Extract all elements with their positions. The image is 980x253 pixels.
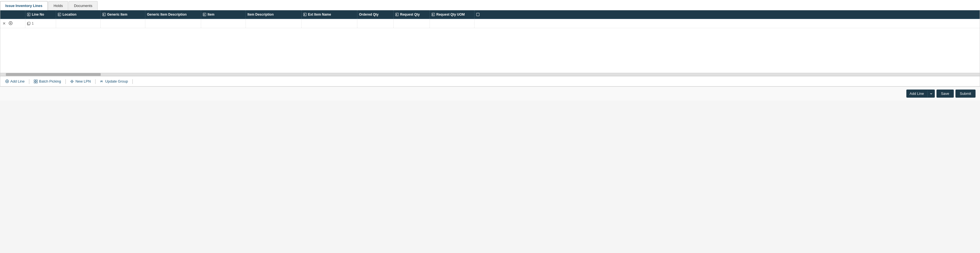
new-lpn-icon bbox=[70, 80, 74, 83]
batch-picking-button[interactable]: Batch Picking bbox=[32, 78, 63, 84]
footer-add-line-label: Add Line bbox=[906, 89, 927, 98]
edit-icon-lineno bbox=[27, 13, 31, 16]
svg-rect-10 bbox=[396, 13, 398, 16]
update-group-icon bbox=[100, 80, 104, 83]
tab-holds[interactable]: Holds bbox=[48, 1, 68, 10]
edit-icon-extitemname bbox=[303, 13, 307, 16]
col-header-extra bbox=[474, 10, 486, 19]
add-line-button[interactable]: Add Line bbox=[3, 78, 27, 84]
batch-picking-label: Batch Picking bbox=[39, 79, 61, 83]
edit-icon-requestqtyuom bbox=[431, 13, 435, 16]
cell-item[interactable] bbox=[201, 19, 246, 28]
separator-2: | bbox=[65, 78, 67, 84]
col-header-actions bbox=[0, 10, 25, 19]
cell-extra bbox=[474, 19, 486, 28]
cell-lineno: 1 bbox=[25, 19, 56, 28]
edit-icon-extra bbox=[476, 13, 480, 16]
grid-header: Line No Location Generic Item Generic It… bbox=[0, 10, 980, 19]
svg-rect-25 bbox=[34, 82, 35, 83]
copy-icon bbox=[27, 22, 31, 25]
svg-rect-23 bbox=[34, 80, 35, 81]
svg-rect-2 bbox=[58, 13, 61, 16]
table-row: ✕ 1 bbox=[0, 19, 980, 28]
data-rows-area: ✕ 1 bbox=[0, 19, 980, 73]
update-group-label: Update Group bbox=[105, 79, 128, 83]
separator-3: | bbox=[95, 78, 96, 84]
table-wrapper: Line No Location Generic Item Generic It… bbox=[0, 10, 980, 86]
scrollbar-thumb[interactable] bbox=[6, 73, 101, 76]
cell-requestqtyuom[interactable] bbox=[430, 19, 474, 28]
new-lpn-label: New LPN bbox=[75, 79, 91, 83]
col-header-item: Item bbox=[201, 10, 246, 19]
svg-rect-19 bbox=[28, 22, 30, 25]
cell-genericitemdesc bbox=[145, 19, 201, 28]
new-lpn-button[interactable]: New LPN bbox=[68, 78, 93, 84]
update-group-button[interactable]: Update Group bbox=[98, 78, 130, 84]
bottom-toolbar: Add Line | Batch Picking | New LPN | Upd… bbox=[0, 76, 980, 86]
save-button[interactable]: Save bbox=[937, 89, 954, 98]
col-header-genericitemdesc: Generic Item Description bbox=[145, 10, 201, 19]
separator-1: | bbox=[29, 78, 30, 84]
col-header-requestqty: Request Qty bbox=[394, 10, 430, 19]
svg-point-27 bbox=[72, 81, 73, 82]
lineno-value: 1 bbox=[32, 21, 34, 25]
tab-issue-inventory-lines[interactable]: Issue Inventory Lines bbox=[0, 1, 48, 10]
tabs-bar: Issue Inventory Lines Holds Documents bbox=[0, 0, 980, 10]
add-circle-icon bbox=[9, 21, 13, 25]
cell-extitemname[interactable] bbox=[302, 19, 357, 28]
svg-rect-26 bbox=[36, 82, 37, 83]
svg-rect-6 bbox=[203, 13, 206, 16]
footer-add-line-button[interactable]: Add Line bbox=[906, 89, 935, 98]
empty-rows-area bbox=[0, 28, 980, 73]
svg-rect-4 bbox=[103, 13, 105, 16]
add-line-label: Add Line bbox=[10, 79, 25, 83]
col-header-lineno: Line No bbox=[25, 10, 56, 19]
svg-rect-12 bbox=[432, 13, 434, 16]
cell-row-actions: ✕ bbox=[0, 19, 25, 28]
horizontal-scrollbar[interactable] bbox=[0, 73, 980, 76]
edit-icon-item bbox=[203, 13, 207, 16]
col-header-location: Location bbox=[56, 10, 101, 19]
cell-location[interactable] bbox=[56, 19, 101, 28]
col-header-itemdesc: Item Description bbox=[246, 10, 302, 19]
separator-4: | bbox=[132, 78, 134, 84]
col-header-genericitem: Generic Item bbox=[101, 10, 145, 19]
dropdown-arrow-icon bbox=[930, 92, 932, 95]
add-line-icon bbox=[5, 80, 9, 83]
col-header-orderedqty: Ordered Qty bbox=[357, 10, 394, 19]
delete-row-button[interactable]: ✕ bbox=[2, 21, 6, 26]
footer-add-line-arrow[interactable] bbox=[927, 91, 935, 97]
cell-itemdesc bbox=[246, 19, 302, 28]
svg-rect-14 bbox=[476, 13, 479, 16]
edit-icon-location bbox=[58, 13, 61, 16]
footer-bar: Add Line Save Submit bbox=[0, 86, 980, 100]
tab-documents[interactable]: Documents bbox=[68, 1, 98, 10]
cell-requestqty[interactable] bbox=[394, 19, 430, 28]
cell-genericitem[interactable] bbox=[101, 19, 145, 28]
edit-icon-genericitem bbox=[102, 13, 106, 16]
batch-picking-icon bbox=[34, 80, 38, 83]
col-header-requestqtyuom: Request Qty UOM bbox=[430, 10, 474, 19]
add-row-button[interactable] bbox=[8, 21, 13, 26]
svg-rect-24 bbox=[36, 80, 37, 81]
edit-icon-requestqty bbox=[395, 13, 399, 16]
submit-button[interactable]: Submit bbox=[955, 89, 975, 98]
cell-orderedqty bbox=[357, 19, 394, 28]
svg-rect-8 bbox=[304, 13, 306, 16]
col-header-extitemname: Ext Item Name bbox=[302, 10, 357, 19]
